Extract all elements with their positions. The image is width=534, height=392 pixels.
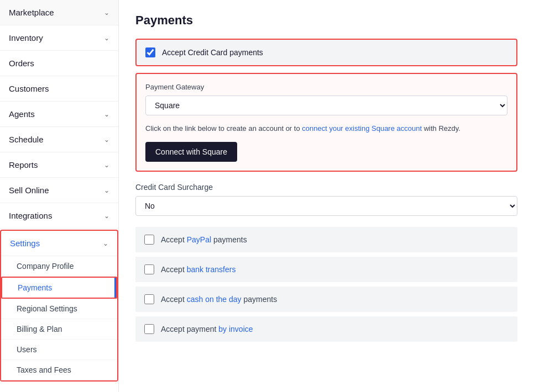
paypal-label[interactable]: Accept PayPal payments bbox=[161, 235, 247, 244]
sidebar-item-orders[interactable]: Orders bbox=[0, 51, 118, 76]
surcharge-label: Credit Card Surcharge bbox=[135, 183, 517, 192]
invoice-checkbox[interactable] bbox=[144, 324, 154, 334]
connect-square-button[interactable]: Connect with Square bbox=[145, 142, 237, 162]
main-content: Payments Accept Credit Card payments Pay… bbox=[119, 0, 534, 392]
sidebar-sub-taxes-label: Taxes and Fees bbox=[17, 365, 71, 374]
sidebar-item-schedule[interactable]: Schedule ⌄ bbox=[0, 127, 118, 152]
chevron-down-icon: ⌄ bbox=[104, 9, 109, 17]
sidebar-item-integrations-label: Integrations bbox=[9, 211, 52, 220]
gateway-info: Click on the link below to create an acc… bbox=[145, 123, 507, 134]
sidebar-item-inventory-label: Inventory bbox=[9, 33, 43, 43]
chevron-down-icon: ⌄ bbox=[104, 34, 109, 42]
sidebar-sub-item-company-profile[interactable]: Company Profile bbox=[1, 256, 117, 277]
accept-cc-section: Accept Credit Card payments bbox=[135, 39, 517, 66]
paypal-link[interactable]: PayPal bbox=[187, 235, 211, 244]
sidebar-item-reports[interactable]: Reports ⌄ bbox=[0, 152, 118, 178]
sidebar-item-agents-label: Agents bbox=[9, 109, 35, 119]
sidebar-item-reports-label: Reports bbox=[9, 160, 38, 169]
bank-link[interactable]: bank transfers bbox=[187, 265, 236, 274]
chevron-down-icon: ⌄ bbox=[104, 212, 109, 220]
bank-label[interactable]: Accept bank transfers bbox=[161, 265, 235, 274]
sidebar-item-agents[interactable]: Agents ⌄ bbox=[0, 102, 118, 127]
sidebar-item-schedule-label: Schedule bbox=[9, 135, 44, 144]
paypal-row: Accept PayPal payments bbox=[135, 227, 517, 252]
invoice-label[interactable]: Accept payment by invoice bbox=[161, 325, 253, 333]
sidebar-sub-billing-label: Billing & Plan bbox=[17, 325, 62, 333]
chevron-down-icon: ⌄ bbox=[104, 110, 109, 118]
sidebar-item-customers[interactable]: Customers bbox=[0, 76, 118, 102]
surcharge-select[interactable]: No Yes bbox=[135, 196, 517, 216]
sidebar-item-marketplace[interactable]: Marketplace ⌄ bbox=[0, 0, 118, 25]
sidebar-sub-users-label: Users bbox=[17, 345, 37, 354]
sidebar-sub-item-billing-plan[interactable]: Billing & Plan bbox=[1, 319, 117, 340]
sidebar-sub-item-users[interactable]: Users bbox=[1, 340, 117, 360]
sidebar-item-integrations[interactable]: Integrations ⌄ bbox=[0, 203, 118, 229]
chevron-down-icon: ⌄ bbox=[103, 240, 108, 247]
sidebar-item-settings[interactable]: Settings ⌄ bbox=[1, 231, 117, 256]
sidebar-sub-payments-label: Payments bbox=[18, 283, 52, 292]
sidebar-sub-regional-label: Regional Settings bbox=[17, 304, 77, 313]
cash-checkbox[interactable] bbox=[144, 294, 154, 304]
gateway-select[interactable]: Square Stripe PayPal Braintree bbox=[145, 96, 507, 115]
sidebar-item-sell-online-label: Sell Online bbox=[9, 186, 49, 195]
cash-row: Accept cash on the day payments bbox=[135, 287, 517, 312]
surcharge-section: Credit Card Surcharge No Yes bbox=[135, 183, 517, 216]
sidebar-sub-company-label: Company Profile bbox=[17, 262, 74, 271]
sidebar-item-orders-label: Orders bbox=[9, 59, 34, 68]
invoice-row: Accept payment by invoice bbox=[135, 316, 517, 342]
bank-transfer-row: Accept bank transfers bbox=[135, 257, 517, 282]
cash-label[interactable]: Accept cash on the day payments bbox=[161, 295, 277, 304]
accept-cc-label[interactable]: Accept Credit Card payments bbox=[162, 48, 263, 57]
payment-gateway-box: Payment Gateway Square Stripe PayPal Bra… bbox=[135, 73, 517, 172]
sidebar-sub-item-taxes-fees[interactable]: Taxes and Fees bbox=[1, 360, 117, 380]
sidebar-sub-item-regional-settings[interactable]: Regional Settings bbox=[1, 299, 117, 319]
sidebar-item-inventory[interactable]: Inventory ⌄ bbox=[0, 25, 118, 51]
bank-checkbox[interactable] bbox=[144, 264, 154, 274]
cash-link[interactable]: cash on the day bbox=[187, 295, 242, 304]
sidebar-item-settings-label: Settings bbox=[10, 239, 40, 248]
invoice-link[interactable]: by invoice bbox=[218, 325, 253, 333]
sidebar: Marketplace ⌄ Inventory ⌄ Orders Custome… bbox=[0, 0, 119, 392]
sidebar-item-marketplace-label: Marketplace bbox=[9, 8, 54, 17]
connect-link[interactable]: connect your existing Square account bbox=[302, 124, 422, 133]
page-title: Payments bbox=[135, 13, 517, 28]
sidebar-item-sell-online[interactable]: Sell Online ⌄ bbox=[0, 178, 118, 203]
paypal-checkbox[interactable] bbox=[144, 235, 154, 245]
chevron-down-icon: ⌄ bbox=[104, 187, 109, 194]
chevron-down-icon: ⌄ bbox=[104, 161, 109, 169]
sidebar-item-customers-label: Customers bbox=[9, 84, 49, 93]
gateway-label: Payment Gateway bbox=[145, 83, 507, 91]
chevron-down-icon: ⌄ bbox=[104, 136, 109, 144]
accept-cc-checkbox[interactable] bbox=[145, 47, 155, 57]
sidebar-sub-item-payments[interactable]: Payments bbox=[1, 277, 117, 299]
